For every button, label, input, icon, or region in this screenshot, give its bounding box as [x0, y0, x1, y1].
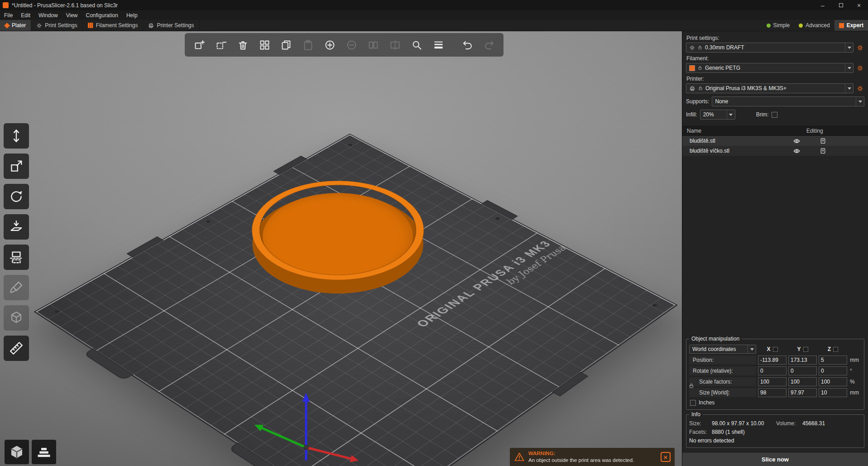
rotate-tool-button[interactable] [4, 184, 29, 209]
inches-checkbox[interactable] [690, 400, 696, 406]
coordinates-combo[interactable]: World coordinates [689, 345, 756, 354]
arrange-button[interactable] [254, 35, 274, 55]
redo-button[interactable] [479, 35, 499, 55]
size-info-label: Size: [689, 420, 712, 427]
warning-toast: WARNING: An object outside the print are… [510, 448, 675, 466]
dropdown-arrow-icon [748, 345, 756, 353]
object-manipulation-title: Object manipulation [689, 336, 742, 342]
brim-checkbox[interactable] [772, 112, 777, 118]
tab-print-settings[interactable]: Print Settings [31, 20, 82, 31]
volume-info-label: Volume: [776, 420, 802, 427]
delete-button[interactable] [211, 35, 231, 55]
seam-painting-tool-button[interactable] [4, 305, 29, 331]
volume-info-value: 45668.31 [802, 420, 861, 427]
size-z-input[interactable] [819, 388, 847, 397]
warning-close-button[interactable]: × [661, 452, 671, 462]
editing-button[interactable] [806, 147, 839, 155]
size-label: Size [World]: [689, 388, 756, 397]
menu-help[interactable]: Help [122, 10, 142, 20]
editing-button[interactable] [806, 137, 839, 145]
3d-viewport[interactable]: ORIGINAL PRUSA i3 MK3 by Josef Prusa [0, 31, 682, 466]
printer-gear-button[interactable] [855, 84, 864, 93]
add-instance-button[interactable] [320, 35, 340, 55]
x-axis-checkbox[interactable] [773, 347, 778, 352]
mode-expert[interactable]: Expert [834, 20, 868, 31]
print-settings-combo[interactable]: 0.30mm DRAFT [686, 43, 854, 53]
visibility-eye-button[interactable] [786, 147, 806, 155]
tab-filament-settings[interactable]: Filament Settings [83, 20, 144, 31]
gizmo-toolbar [4, 123, 29, 361]
position-y-input[interactable] [788, 356, 817, 365]
remove-instance-button[interactable] [341, 35, 361, 55]
tab-plater[interactable]: Plater [0, 20, 31, 31]
menu-edit[interactable]: Edit [17, 10, 34, 20]
close-button[interactable]: × [850, 0, 868, 10]
menu-file[interactable]: File [0, 10, 17, 20]
paste-button[interactable] [298, 35, 318, 55]
supports-combo[interactable]: None [712, 96, 864, 106]
filament-gear-button[interactable] [855, 63, 864, 72]
mode-switcher: Simple Advanced Expert [762, 20, 868, 31]
object-list-header: Name Editing [682, 126, 868, 136]
y-axis-checkbox[interactable] [803, 347, 808, 352]
infill-combo[interactable]: 20% [700, 110, 735, 120]
rotate-x-input[interactable] [758, 366, 786, 375]
menu-configuration[interactable]: Configuration [82, 10, 122, 20]
split-to-parts-button[interactable] [385, 35, 405, 55]
supports-label: Supports: [686, 98, 709, 105]
position-x-input[interactable] [758, 356, 786, 365]
place-on-face-tool-button[interactable] [4, 214, 29, 240]
rotate-z-input[interactable] [819, 366, 847, 375]
undo-button[interactable] [457, 35, 477, 55]
infill-label: Infill: [686, 111, 697, 118]
filament-combo[interactable]: Generic PETG [686, 63, 854, 73]
preview-view-button[interactable] [32, 440, 56, 464]
tab-printer-settings[interactable]: Printer Settings [143, 20, 199, 31]
scale-x-input[interactable] [758, 377, 786, 386]
size-y-input[interactable] [788, 388, 817, 397]
table-row[interactable]: bludiště.stl [682, 136, 868, 146]
3d-editor-view-button[interactable] [5, 440, 29, 464]
warning-icon [514, 452, 525, 462]
search-button[interactable] [407, 35, 427, 55]
variable-layer-height-button[interactable] [428, 35, 448, 55]
filament-color-swatch [689, 65, 695, 71]
print-settings-gear-button[interactable] [855, 43, 864, 52]
view-mode-buttons [5, 440, 56, 464]
scale-tool-button[interactable] [4, 154, 29, 179]
facets-info-label: Facets: [689, 429, 712, 435]
position-z-input[interactable] [819, 356, 847, 365]
printer-combo[interactable]: Original Prusa i3 MK3S & MK3S+ [686, 83, 854, 93]
scale-z-input[interactable] [819, 377, 847, 386]
slice-now-button[interactable]: Slice now [682, 452, 868, 466]
scale-y-input[interactable] [788, 377, 817, 386]
menu-view[interactable]: View [62, 10, 82, 20]
rotate-label: Rotate (relative): [689, 366, 756, 375]
copy-button[interactable] [276, 35, 296, 55]
minimize-button[interactable]: – [814, 0, 832, 10]
maximize-button[interactable] [832, 0, 850, 10]
object-toolbar [185, 33, 504, 57]
visibility-eye-button[interactable] [786, 137, 806, 145]
sidebar: Print settings: 0.30mm DRAFT Filament: G… [682, 31, 868, 466]
paint-on-supports-tool-button[interactable] [4, 275, 29, 300]
z-axis-checkbox[interactable] [833, 347, 838, 352]
rotate-y-input[interactable] [788, 366, 817, 375]
menu-window[interactable]: Window [34, 10, 62, 20]
uniform-scale-lock-icon[interactable] [689, 383, 694, 389]
add-button[interactable] [189, 35, 209, 55]
mode-simple[interactable]: Simple [762, 20, 795, 31]
brim-label: Brim: [756, 111, 769, 118]
measure-tool-button[interactable] [4, 336, 29, 361]
mode-advanced[interactable]: Advanced [794, 20, 834, 31]
cut-tool-button[interactable] [4, 245, 29, 270]
printer-label: Printer: [686, 76, 864, 82]
print-settings-label: Print settings: [686, 35, 864, 41]
size-info-value: 98.00 x 97.97 x 10.00 [712, 420, 776, 427]
size-x-input[interactable] [758, 388, 786, 397]
dropdown-arrow-icon [845, 43, 853, 52]
split-to-objects-button[interactable] [363, 35, 383, 55]
move-tool-button[interactable] [4, 123, 29, 149]
table-row[interactable]: bludiště víčko.stl [682, 146, 868, 156]
delete-all-button[interactable] [233, 35, 253, 55]
